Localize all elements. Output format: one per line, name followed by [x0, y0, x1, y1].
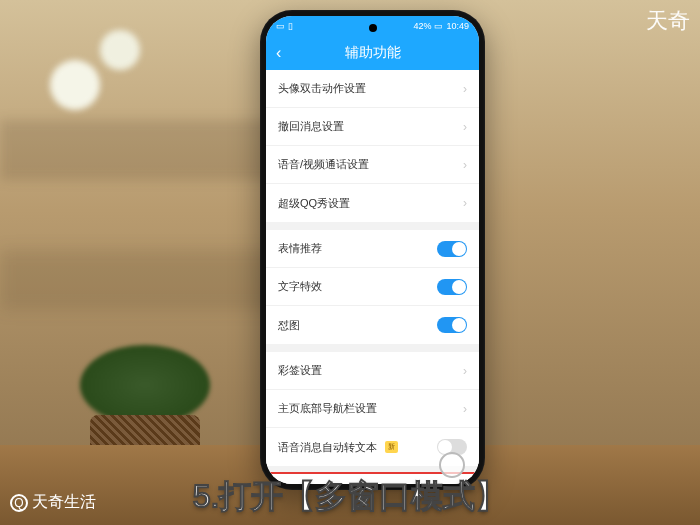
toggle-switch[interactable]: [437, 241, 467, 257]
settings-group: 表情推荐文字特效怼图: [266, 230, 479, 344]
chevron-right-icon: ›: [463, 196, 467, 210]
settings-row[interactable]: 超级QQ秀设置›: [266, 184, 479, 222]
battery-text: 42%: [413, 21, 431, 31]
row-label: 主页底部导航栏设置: [278, 401, 377, 416]
row-label: 彩签设置: [278, 363, 322, 378]
background-flowers: [20, 20, 200, 220]
settings-row[interactable]: 语音/视频通话设置›: [266, 146, 479, 184]
row-label: 语音消息自动转文本: [278, 440, 377, 455]
row-label: 头像双击动作设置: [278, 81, 366, 96]
battery-icon: ▭: [434, 21, 443, 31]
settings-row[interactable]: 头像双击动作设置›: [266, 70, 479, 108]
chevron-right-icon: ›: [463, 158, 467, 172]
watermark-top-right: 天奇: [646, 6, 690, 36]
camera-hole: [369, 24, 377, 32]
row-label: 撤回消息设置: [278, 119, 344, 134]
signal-icon: ▭ ▯: [276, 21, 293, 31]
back-button[interactable]: ‹: [276, 44, 281, 62]
page-title: 辅助功能: [345, 44, 401, 62]
chevron-right-icon: ›: [463, 82, 467, 96]
phone-frame: ▭ ▯ 42% ▭ 10:49 ‹ 辅助功能 头像双击动作设置›撤回消息设置›语…: [260, 10, 485, 490]
settings-row[interactable]: 撤回消息设置›: [266, 108, 479, 146]
row-label: 超级QQ秀设置: [278, 196, 350, 211]
settings-content: 头像双击动作设置›撤回消息设置›语音/视频通话设置›超级QQ秀设置›表情推荐文字…: [266, 70, 479, 484]
settings-row[interactable]: 文字特效: [266, 268, 479, 306]
settings-row[interactable]: 彩签设置›: [266, 352, 479, 390]
page-header: ‹ 辅助功能: [266, 36, 479, 70]
settings-group: 彩签设置›主页底部导航栏设置›语音消息自动转文本新: [266, 352, 479, 466]
watermark-bottom-left: Q 天奇生活: [10, 492, 96, 513]
toggle-switch[interactable]: [437, 317, 467, 333]
chevron-right-icon: ›: [463, 120, 467, 134]
new-badge: 新: [385, 441, 398, 453]
clock: 10:49: [446, 21, 469, 31]
settings-row[interactable]: 怼图: [266, 306, 479, 344]
settings-row[interactable]: 主页底部导航栏设置›: [266, 390, 479, 428]
instruction-caption: 5.打开【多窗口模式】: [193, 475, 508, 519]
row-label: 文字特效: [278, 279, 322, 294]
settings-row[interactable]: 表情推荐: [266, 230, 479, 268]
settings-group: 头像双击动作设置›撤回消息设置›语音/视频通话设置›超级QQ秀设置›: [266, 70, 479, 222]
row-label: 语音/视频通话设置: [278, 157, 369, 172]
row-label: 怼图: [278, 318, 300, 333]
row-label: 表情推荐: [278, 241, 322, 256]
chevron-right-icon: ›: [463, 402, 467, 416]
logo-icon: Q: [10, 494, 28, 512]
chevron-right-icon: ›: [463, 364, 467, 378]
toggle-switch[interactable]: [437, 279, 467, 295]
phone-screen: ▭ ▯ 42% ▭ 10:49 ‹ 辅助功能 头像双击动作设置›撤回消息设置›语…: [266, 16, 479, 484]
